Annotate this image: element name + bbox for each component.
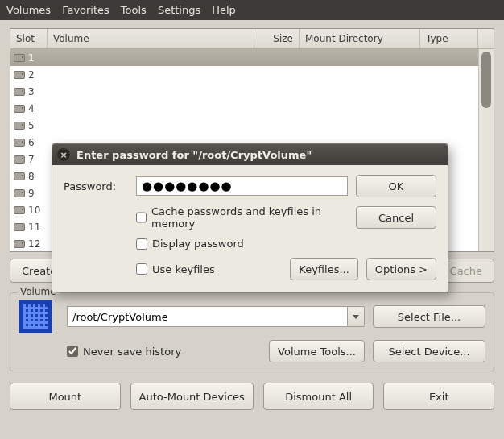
cancel-button[interactable]: Cancel	[356, 206, 436, 229]
slot-number: 6	[28, 137, 35, 148]
scroll-thumb[interactable]	[481, 52, 491, 108]
drive-icon	[14, 206, 25, 214]
drive-icon	[14, 71, 25, 79]
volume-tools-button[interactable]: Volume Tools...	[269, 340, 365, 362]
slot-number: 4	[28, 103, 35, 114]
volume-path-dropdown[interactable]	[347, 306, 365, 327]
never-save-history-checkbox[interactable]	[67, 346, 78, 357]
display-password-label: Display password	[152, 238, 244, 250]
drive-icon	[14, 139, 25, 147]
drive-icon	[14, 155, 25, 164]
drive-icon	[14, 240, 25, 248]
scrollbar[interactable]	[478, 49, 494, 251]
dismount-all-button[interactable]: Dismount All	[263, 383, 374, 410]
select-device-button[interactable]: Select Device...	[373, 340, 485, 362]
th-spacer	[478, 29, 494, 48]
table-row[interactable]: 1	[10, 49, 478, 66]
slot-number: 11	[28, 222, 40, 233]
keyfiles-button[interactable]: Keyfiles...	[290, 258, 358, 280]
drive-icon	[14, 88, 25, 96]
slot-number: 1	[28, 52, 35, 64]
select-file-button[interactable]: Select File...	[373, 305, 485, 328]
menu-tools[interactable]: Tools	[121, 4, 147, 16]
th-type[interactable]: Type	[420, 29, 478, 48]
never-save-history-label: Never save history	[83, 346, 181, 358]
password-label: Password:	[64, 180, 128, 193]
cache-passwords-label: Cache passwords and keyfiles in memory	[151, 205, 348, 230]
use-keyfiles-checkbox[interactable]	[136, 263, 147, 275]
drive-icon	[14, 172, 25, 180]
exit-button[interactable]: Exit	[383, 383, 494, 410]
dialog-title: Enter password for "/root/CryptVolume"	[76, 149, 312, 161]
th-mount[interactable]: Mount Directory	[300, 29, 420, 48]
app-logo-icon	[19, 300, 52, 333]
menubar[interactable]: Volumes Favorites Tools Settings Help	[0, 0, 504, 20]
th-volume[interactable]: Volume	[48, 29, 254, 48]
table-row[interactable]: 3	[10, 83, 478, 100]
options-button[interactable]: Options >	[366, 258, 436, 280]
volume-frame: Volume Select File... Never save history…	[10, 292, 494, 371]
close-icon[interactable]: ×	[57, 148, 70, 161]
chevron-down-icon	[353, 315, 359, 319]
slot-number: 8	[28, 171, 35, 182]
volume-path-combo[interactable]	[67, 306, 365, 327]
cache-passwords-checkbox[interactable]	[136, 212, 147, 223]
drive-icon	[14, 54, 25, 62]
th-size[interactable]: Size	[254, 29, 300, 48]
auto-mount-button[interactable]: Auto-Mount Devices	[130, 383, 254, 410]
table-row[interactable]: 2	[10, 66, 478, 83]
menu-help[interactable]: Help	[212, 4, 236, 16]
table-header: Slot Volume Size Mount Directory Type	[10, 29, 494, 49]
drive-icon	[14, 223, 25, 231]
volume-path-input[interactable]	[67, 306, 347, 327]
slot-number: 9	[28, 188, 35, 199]
slot-number: 3	[28, 86, 35, 97]
ok-button[interactable]: OK	[356, 175, 436, 197]
table-row[interactable]: 4	[10, 100, 478, 117]
drive-icon	[14, 189, 25, 197]
menu-settings[interactable]: Settings	[158, 4, 200, 16]
menu-volumes[interactable]: Volumes	[6, 4, 51, 16]
password-input[interactable]	[136, 176, 348, 196]
table-row[interactable]: 5	[10, 117, 478, 134]
slot-number: 2	[28, 69, 35, 81]
password-dialog: × Enter password for "/root/CryptVolume"…	[52, 143, 448, 292]
use-keyfiles-label: Use keyfiles	[152, 263, 215, 275]
slot-number: 12	[28, 238, 40, 250]
slot-number: 5	[28, 120, 35, 131]
display-password-checkbox[interactable]	[136, 238, 147, 250]
mount-button[interactable]: Mount	[10, 383, 121, 410]
menu-favorites[interactable]: Favorites	[62, 4, 109, 16]
drive-icon	[14, 105, 25, 113]
drive-icon	[14, 122, 25, 130]
slot-number: 7	[28, 154, 35, 165]
slot-number: 10	[28, 205, 40, 216]
th-slot[interactable]: Slot	[10, 29, 48, 48]
